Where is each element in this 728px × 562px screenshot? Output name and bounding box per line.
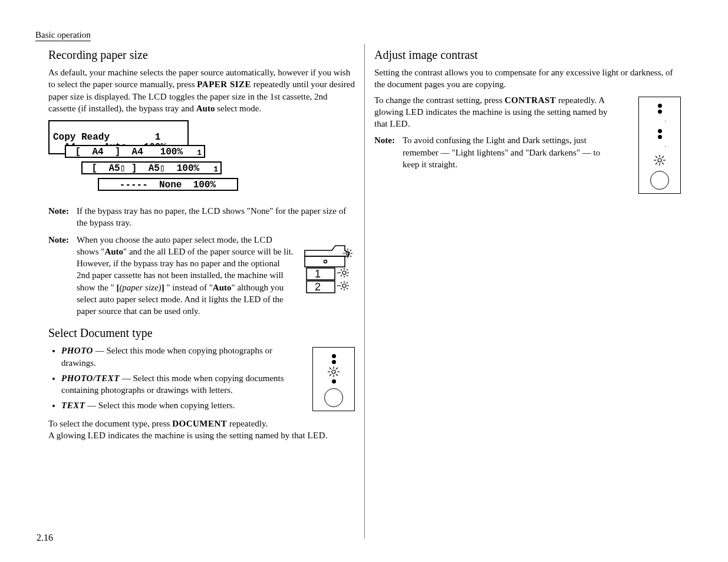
note-bypass-none: Note: If the bypass tray has no paper, t… [48,205,355,229]
svg-line-14 [350,256,351,257]
doc-type-instruction: To select the document type, press DOCUM… [48,418,355,442]
svg-rect-0 [305,256,345,267]
led-on-icon [652,154,667,166]
svg-line-21 [347,269,348,270]
svg-line-40 [330,374,331,376]
dot-icon [658,110,662,114]
svg-line-48 [662,156,664,158]
svg-line-20 [341,269,342,270]
svg-line-32 [347,288,348,289]
round-button-icon [650,171,669,190]
lcd-screen-2: [ A5▯ ] A5▯ 100%1 [81,161,222,174]
dot-icon [332,354,336,358]
lcd-screen-3: ----- None 100% [98,178,238,191]
lcd-screen-1: [ A4 ] A4 100%1 [65,145,205,158]
svg-line-41 [336,374,338,376]
dot-icon [332,379,336,384]
svg-line-49 [655,163,657,164]
contrast-intro: Setting the contrast allows you to compe… [374,67,681,91]
svg-line-39 [336,368,338,369]
svg-point-1 [324,260,327,263]
svg-point-16 [342,271,346,275]
dot-icon [658,104,662,108]
heading-adjust-contrast: Adjust image contrast [374,47,681,63]
contrast-panel: · · [638,97,681,194]
svg-line-22 [341,275,342,276]
left-column: Recording paper size As default, your ma… [35,44,365,538]
contrast-instruction: To change the contrast setting, press CO… [374,94,610,130]
right-column: Adjust image contrast Setting the contra… [365,44,693,538]
svg-line-31 [341,288,342,289]
list-item: PHOTO — Select this mode when copying ph… [61,345,291,369]
page-number: 2.16 [37,533,53,543]
svg-line-50 [662,163,664,164]
svg-line-12 [350,250,351,251]
dot-icon [658,129,662,133]
note-auto-mode: Note: When you choose the auto paper sel… [48,234,298,318]
printer-diagram: 1 2 [302,234,355,299]
svg-point-25 [342,284,346,287]
dot-icon [658,135,662,139]
svg-line-47 [655,156,657,158]
document-type-list: PHOTO — Select this mode when copying ph… [48,345,291,411]
svg-point-42 [658,158,661,162]
note-light-dark: Note: To avoid confusing the Light and D… [374,134,610,170]
heading-recording-paper-size: Recording paper size [48,47,355,63]
round-button-icon [324,388,343,407]
svg-line-23 [347,275,348,276]
paper-size-paragraph: As default, your machine selects the pap… [48,67,355,114]
svg-line-29 [341,282,342,283]
running-head: Basic operation [35,30,91,41]
svg-text:2: 2 [315,281,321,293]
svg-line-38 [330,368,331,369]
dot-icon [332,360,336,364]
led-on-icon [326,366,341,378]
lcd-cascade: Copy Ready 1 A4 Auto 100%1 [ A4 ] A4 100… [48,120,237,197]
document-type-panel [312,347,355,411]
svg-text:1: 1 [315,268,321,280]
list-item: PHOTO/TEXT — Select this mode when copyi… [61,372,291,396]
svg-line-30 [347,282,348,283]
list-item: TEXT — Select this mode when copying let… [61,399,291,411]
svg-point-33 [332,370,335,373]
heading-select-document-type: Select Document type [48,325,355,341]
